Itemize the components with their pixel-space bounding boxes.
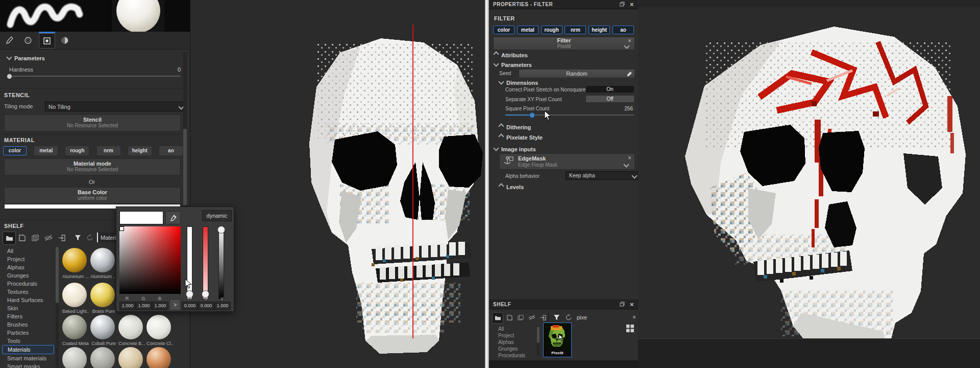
shelf-pages-button[interactable] <box>29 232 41 244</box>
category-list-scrollbar-thumb[interactable] <box>56 247 59 303</box>
shelf-add-button[interactable] <box>504 312 514 323</box>
channel-chip-rough[interactable]: rough <box>65 146 89 155</box>
mini-shelf-search-input[interactable]: pixe × <box>575 312 638 322</box>
close-icon[interactable]: × <box>630 1 634 8</box>
base-color-button[interactable]: Base Color uniform color <box>4 187 181 204</box>
shelf-import-button[interactable] <box>56 232 68 244</box>
shelf-filter-button[interactable] <box>550 311 562 324</box>
shelf-category-item[interactable]: Hard Surfaces <box>2 296 54 304</box>
material-thumbnail[interactable]: Concrete Cl... <box>146 315 173 346</box>
shelf-category-item[interactable]: Grunges <box>2 271 54 280</box>
shelf-refresh-button[interactable] <box>562 311 575 324</box>
material-thumbnail[interactable]: Brass Pure <box>90 283 117 314</box>
square-pixel-slider-handle[interactable] <box>529 112 535 118</box>
channel-chip-nrm[interactable]: nrm <box>97 146 120 155</box>
channel-chip-ao[interactable]: ao <box>159 146 183 155</box>
chevron-down-icon[interactable] <box>623 162 629 167</box>
levels-section-header[interactable]: Levels <box>499 184 524 190</box>
channel-chip-ao[interactable]: ao <box>612 26 634 34</box>
dynamic-mode-button[interactable]: dynamic <box>202 210 232 221</box>
material-thumbnail[interactable]: Concrete B... <box>118 315 145 346</box>
channel-chip-rough[interactable]: rough <box>541 26 562 34</box>
tab-brush[interactable] <box>2 33 17 48</box>
shelf-category-item[interactable]: Smart masks <box>2 362 54 368</box>
pixelit-filter-thumbnail[interactable]: Pixelit <box>543 323 572 357</box>
category-list-scrollbar[interactable] <box>56 247 59 368</box>
hue-slider[interactable] <box>187 226 192 299</box>
viewport-3d-left[interactable] <box>190 0 485 368</box>
separate-xy-toggle[interactable]: Off <box>586 96 634 102</box>
shelf-category-item[interactable]: Filters <box>2 312 54 320</box>
g-value-field[interactable]: 1.000 <box>136 302 152 310</box>
material-thumbnail[interactable] <box>90 347 115 368</box>
material-thumbnail[interactable] <box>118 347 143 368</box>
material-thumbnail[interactable] <box>146 347 171 368</box>
shelf-refresh-button[interactable] <box>84 232 96 244</box>
remove-edge-mask-icon[interactable]: × <box>628 154 631 162</box>
v-value-field[interactable]: 1.000 <box>214 302 231 310</box>
saturation-value-square[interactable] <box>119 226 181 294</box>
b-value-field[interactable]: 1.000 <box>152 302 168 310</box>
shelf-category-item[interactable]: Project <box>2 255 54 263</box>
shelf-category-item-selected[interactable]: Materials <box>2 345 54 354</box>
shelf-folder-button[interactable] <box>492 312 503 324</box>
shelf-add-button[interactable] <box>16 232 28 244</box>
material-mode-button[interactable]: Material mode No Resource Selected <box>4 158 181 175</box>
material-thumbnail[interactable]: Aluminium ... <box>62 248 89 279</box>
shelf-import-button[interactable] <box>538 312 548 323</box>
mini-category-scrollbar[interactable] <box>537 327 540 356</box>
shelf-category-item[interactable]: Grunges <box>493 346 534 352</box>
alpha-behavior-select[interactable]: Keep alpha <box>566 171 640 180</box>
detach-icon[interactable] <box>620 2 625 8</box>
close-icon[interactable]: × <box>630 301 634 308</box>
tiling-mode-select[interactable]: No Tiling <box>45 102 187 111</box>
value-slider-handle[interactable] <box>217 226 225 234</box>
material-thumbnail[interactable]: Cobalt Pure <box>90 315 117 346</box>
eyedropper-button[interactable] <box>165 211 181 224</box>
channel-chip-height[interactable]: height <box>589 26 610 34</box>
value-slider[interactable] <box>218 226 224 299</box>
material-thumbnail[interactable]: Baked Light... <box>62 283 89 314</box>
viewport-3d-right[interactable] <box>638 0 980 368</box>
mini-category-scrollbar-thumb[interactable] <box>537 327 540 343</box>
hardness-slider-handle[interactable] <box>7 74 12 79</box>
detach-icon[interactable] <box>620 302 625 308</box>
shelf-category-item[interactable]: Particles <box>2 329 54 337</box>
parameters-section-header[interactable]: Parameters <box>7 55 45 61</box>
dithering-section-header[interactable]: Dithering <box>499 124 531 130</box>
tab-stencil[interactable] <box>20 33 36 48</box>
shelf-category-item[interactable]: Alphas <box>2 263 54 271</box>
shelf-category-item[interactable]: Procedurals <box>493 352 534 359</box>
r-value-field[interactable]: 1.000 <box>119 302 136 310</box>
shelf-folder-button[interactable] <box>3 232 16 245</box>
tab-material[interactable] <box>57 33 72 48</box>
viewport-divider[interactable] <box>485 0 489 368</box>
filter-resource-slot[interactable]: Filter Pixelit × <box>493 37 635 50</box>
saturation-slider[interactable] <box>203 226 208 299</box>
shelf-category-item[interactable]: Smart materials <box>2 354 54 362</box>
shelf-category-item[interactable]: Tools <box>2 337 54 345</box>
search-clear-icon[interactable]: × <box>632 315 636 320</box>
shelf-category-item[interactable]: All <box>2 247 54 255</box>
channel-chip-color[interactable]: color <box>3 146 27 155</box>
clear-filter-icon[interactable]: × <box>628 37 631 44</box>
stencil-resource-button[interactable]: Stencil No Resource Selected <box>4 114 181 131</box>
shelf-category-item[interactable]: Alphas <box>493 339 534 346</box>
shelf-hide-button[interactable] <box>42 232 55 244</box>
shelf-category-item[interactable]: Procedurals <box>2 280 54 288</box>
channel-chip-color[interactable]: color <box>493 26 514 34</box>
material-thumbnail[interactable]: Aluminium ... <box>90 248 117 279</box>
picker-current-color-swatch[interactable] <box>119 211 163 224</box>
channel-chip-nrm[interactable]: nrm <box>565 26 586 34</box>
shelf-category-item[interactable]: Textures <box>2 288 54 296</box>
hardness-slider[interactable] <box>8 76 181 77</box>
tab-projection[interactable] <box>39 33 55 49</box>
h-value-field[interactable]: 0.000 <box>182 302 198 310</box>
shelf-category-item[interactable]: Project <box>493 332 534 339</box>
pixelate-style-section-header[interactable]: Pixelate Style <box>499 134 543 141</box>
edge-mask-slot[interactable]: EdgeMask Edge Fixup Mask × <box>499 153 635 170</box>
material-thumbnail[interactable] <box>62 347 87 368</box>
image-inputs-section-header[interactable]: Image inputs <box>494 146 536 152</box>
shelf-pages-button[interactable] <box>516 312 526 323</box>
channel-chip-height[interactable]: height <box>128 146 152 155</box>
